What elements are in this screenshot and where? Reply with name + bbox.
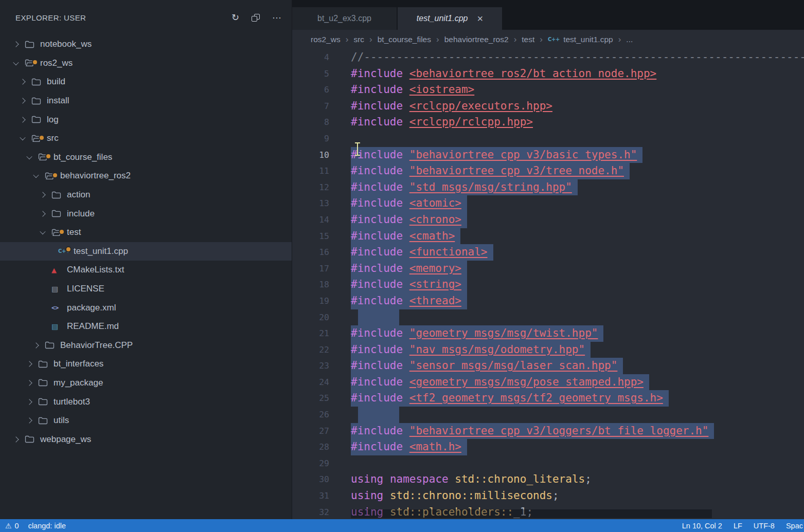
code-line-8[interactable]: 8#include <rclcpp/rclcpp.hpp> [292, 114, 804, 131]
code-line-25[interactable]: 25#include <tf2_geometry_msgs/tf2_geomet… [292, 390, 804, 407]
tree-item-include[interactable]: include [0, 204, 292, 223]
file-tree: notebook_wsros2_wsbuildinstalllogsrcbt_c… [0, 35, 292, 449]
code-text [351, 309, 399, 326]
breadcrumb-item-src[interactable]: src [353, 35, 364, 44]
tree-item-build[interactable]: build [0, 72, 292, 91]
chevron-icon[interactable] [39, 186, 51, 205]
code-line-5[interactable]: 5#include <behaviortree_ros2/bt_action_n… [292, 66, 804, 82]
refresh-icon[interactable]: ↻ [231, 13, 239, 22]
code-line-20[interactable]: 20 [292, 309, 804, 326]
code-line-12[interactable]: 12#include "std_msgs/msg/string.hpp" [292, 179, 804, 196]
code-line-22[interactable]: 22#include "nav_msgs/msg/odometry.hpp" [292, 342, 804, 358]
tree-item-test[interactable]: test [0, 223, 292, 242]
status-encoding[interactable]: UTF-8 [754, 522, 775, 530]
chevron-icon[interactable] [26, 374, 38, 393]
status-problems[interactable]: ⚠0 [5, 522, 19, 530]
tree-item-label: bt_course_files [53, 152, 112, 162]
code-line-30[interactable]: 30using namespace std::chrono_literals; [292, 471, 804, 488]
code-line-21[interactable]: 21#include "geometry_msgs/msg/twist.hpp" [292, 325, 804, 342]
breadcrumb-item-ros2_ws[interactable]: ros2_ws [311, 35, 341, 44]
tree-item-LICENSE[interactable]: ▤LICENSE [0, 280, 292, 299]
tree-item-action[interactable]: action [0, 186, 292, 205]
code-line-28[interactable]: 28#include <math.h> [292, 439, 804, 455]
tree-item-ros2_ws[interactable]: ros2_ws [0, 54, 292, 73]
code-line-19[interactable]: 19#include <thread> [292, 293, 804, 309]
breadcrumb-item-...[interactable]: ... [626, 35, 633, 44]
code-text: #include "sensor_msgs/msg/laser_scan.hpp… [351, 358, 623, 374]
chevron-icon[interactable] [39, 223, 51, 242]
chevron-icon[interactable] [26, 411, 38, 430]
chevron-icon[interactable] [12, 35, 25, 54]
code-line-17[interactable]: 17#include <memory> [292, 261, 804, 277]
tree-item-install[interactable]: install [0, 91, 292, 111]
tree-item-webpage_ws[interactable]: webpage_ws [0, 430, 292, 449]
code-line-9[interactable]: 9 [292, 131, 804, 147]
tree-item-bt_course_files[interactable]: bt_course_files [0, 148, 292, 167]
tree-item-my_package[interactable]: my_package [0, 374, 292, 393]
tree-item-log[interactable]: log [0, 110, 292, 129]
breadcrumb: ros2_ws›src›bt_course_files›behaviortree… [292, 30, 804, 49]
code-line-13[interactable]: 13#include <atomic> [292, 195, 804, 212]
code-line-6[interactable]: 6#include <iostream> [292, 82, 804, 98]
breadcrumb-item-behaviortree_ros2[interactable]: behaviortree_ros2 [444, 35, 509, 44]
chevron-icon[interactable] [19, 91, 31, 111]
code-text: using std::chrono::milliseconds; [351, 488, 559, 504]
tree-item-label: utils [53, 415, 69, 426]
close-icon[interactable]: × [477, 13, 483, 24]
code-line-10[interactable]: 10#include "behaviortree_cpp_v3/basic_ty… [292, 147, 804, 163]
chevron-icon[interactable] [19, 129, 31, 148]
status-left: ⚠0clangd: idle [0, 522, 66, 530]
status-eol[interactable]: LF [734, 522, 742, 530]
tree-item-bt_interfaces[interactable]: bt_interfaces [0, 355, 292, 374]
code-editor[interactable]: 4//-------------------------------------… [292, 49, 804, 519]
code-line-14[interactable]: 14#include <chrono> [292, 212, 804, 228]
status-clangd[interactable]: clangd: idle [28, 522, 66, 530]
chevron-icon[interactable] [26, 392, 38, 411]
tree-item-behaviortree_ros2[interactable]: behaviortree_ros2 [0, 167, 292, 186]
chevron-icon[interactable] [12, 54, 25, 73]
tree-item-turtlebot3[interactable]: turtlebot3 [0, 392, 292, 411]
more-actions-icon[interactable]: ··· [272, 13, 281, 22]
tree-item-src[interactable]: src [0, 129, 292, 148]
breadcrumb-item-test[interactable]: test [522, 35, 534, 44]
code-text: using namespace std::chrono_literals; [351, 471, 592, 488]
code-line-26[interactable]: 26 [292, 407, 804, 423]
breadcrumb-item-test_unit1.cpp[interactable]: C++test_unit1.cpp [548, 35, 613, 44]
chevron-icon[interactable] [39, 204, 51, 223]
chevron-icon[interactable] [26, 355, 38, 374]
tree-item-package.xml[interactable]: <>package.xml [0, 298, 292, 317]
tree-item-notebook_ws[interactable]: notebook_ws [0, 35, 292, 54]
chevron-icon[interactable] [32, 336, 45, 355]
tree-item-label: BehaviorTree.CPP [60, 340, 133, 351]
code-line-11[interactable]: 11#include "behaviortree_cpp_v3/tree_nod… [292, 163, 804, 179]
code-line-15[interactable]: 15#include <cmath> [292, 228, 804, 245]
chevron-icon[interactable] [19, 110, 31, 129]
tree-item-CMakeLists.txt[interactable]: ▲CMakeLists.txt [0, 261, 292, 280]
code-line-29[interactable]: 29 [292, 455, 804, 472]
status-indentation[interactable]: Spac [786, 522, 803, 530]
tree-item-label: my_package [53, 378, 103, 388]
code-line-4[interactable]: 4//-------------------------------------… [292, 49, 804, 66]
tree-item-README.md[interactable]: ▤README.md [0, 317, 292, 336]
code-line-16[interactable]: 16#include <functional> [292, 244, 804, 261]
tab-bt_u2_ex3.cpp[interactable]: bt_u2_ex3.cpp [292, 7, 397, 30]
tree-item-BehaviorTree.CPP[interactable]: BehaviorTree.CPP [0, 336, 292, 355]
code-line-24[interactable]: 24#include <geometry_msgs/msg/pose_stamp… [292, 374, 804, 391]
code-line-18[interactable]: 18#include <string> [292, 277, 804, 293]
collapse-folders-icon[interactable] [252, 14, 260, 22]
code-line-31[interactable]: 31using std::chrono::milliseconds; [292, 488, 804, 504]
chevron-icon[interactable] [19, 72, 31, 91]
line-number: 27 [292, 423, 329, 439]
code-line-27[interactable]: 27#include "behaviortree_cpp_v3/loggers/… [292, 423, 804, 439]
code-line-23[interactable]: 23#include "sensor_msgs/msg/laser_scan.h… [292, 358, 804, 374]
tree-item-utils[interactable]: utils [0, 411, 292, 430]
status-cursor-position[interactable]: Ln 10, Col 2 [682, 522, 722, 530]
chevron-icon[interactable] [26, 148, 38, 167]
chevron-icon[interactable] [32, 167, 45, 186]
tab-test_unit1.cpp[interactable]: test_unit1.cpp× [398, 7, 502, 30]
horizontal-scrollbar-thumb[interactable] [351, 509, 712, 518]
tree-item-test_unit1.cpp[interactable]: C++test_unit1.cpp [0, 242, 292, 261]
chevron-icon[interactable] [12, 430, 25, 449]
breadcrumb-item-bt_course_files[interactable]: bt_course_files [378, 35, 431, 44]
code-line-7[interactable]: 7#include <rclcpp/executors.hpp> [292, 98, 804, 115]
